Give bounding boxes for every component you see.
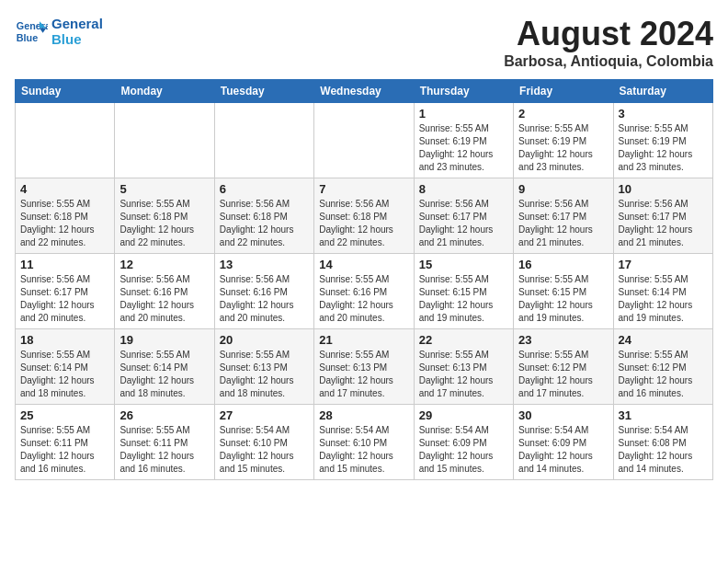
day-info: Sunrise: 5:56 AMSunset: 6:18 PMDaylight:… [319, 198, 408, 249]
weekday-header-monday: Monday [115, 80, 214, 103]
day-info: Sunrise: 5:55 AMSunset: 6:19 PMDaylight:… [619, 122, 708, 174]
calendar-cell: 20Sunrise: 5:55 AMSunset: 6:13 PMDayligh… [214, 329, 313, 405]
weekday-header-tuesday: Tuesday [214, 80, 313, 103]
day-number: 23 [518, 333, 608, 347]
week-row-1: 1Sunrise: 5:55 AMSunset: 6:19 PMDaylight… [16, 103, 713, 178]
day-number: 19 [119, 333, 209, 347]
calendar-cell: 6Sunrise: 5:56 AMSunset: 6:18 PMDaylight… [214, 178, 313, 254]
svg-text:Blue: Blue [17, 32, 38, 43]
calendar-cell: 27Sunrise: 5:54 AMSunset: 6:10 PMDayligh… [214, 405, 313, 480]
calendar-cell: 23Sunrise: 5:55 AMSunset: 6:12 PMDayligh… [514, 329, 613, 405]
day-number: 24 [619, 333, 708, 347]
calendar-cell: 28Sunrise: 5:54 AMSunset: 6:10 PMDayligh… [314, 405, 414, 480]
day-info: Sunrise: 5:54 AMSunset: 6:09 PMDaylight:… [518, 424, 608, 476]
calendar-cell: 14Sunrise: 5:55 AMSunset: 6:16 PMDayligh… [314, 254, 414, 329]
month-year: August 2024 [504, 15, 713, 53]
day-info: Sunrise: 5:54 AMSunset: 6:10 PMDaylight:… [319, 424, 408, 476]
day-number: 7 [319, 182, 408, 196]
day-number: 20 [220, 333, 309, 347]
calendar-cell: 15Sunrise: 5:55 AMSunset: 6:15 PMDayligh… [414, 254, 513, 329]
calendar-cell: 19Sunrise: 5:55 AMSunset: 6:14 PMDayligh… [115, 329, 214, 405]
logo-general: General [51, 16, 103, 31]
weekday-header-wednesday: Wednesday [314, 80, 414, 103]
day-number: 16 [518, 258, 608, 271]
day-info: Sunrise: 5:56 AMSunset: 6:17 PMDaylight:… [518, 198, 608, 249]
calendar-cell: 18Sunrise: 5:55 AMSunset: 6:14 PMDayligh… [16, 329, 115, 405]
calendar-cell: 8Sunrise: 5:56 AMSunset: 6:17 PMDaylight… [414, 178, 513, 254]
day-number: 22 [419, 333, 508, 347]
calendar-cell: 1Sunrise: 5:55 AMSunset: 6:19 PMDaylight… [414, 103, 513, 178]
week-row-3: 11Sunrise: 5:56 AMSunset: 6:17 PMDayligh… [16, 254, 713, 329]
day-info: Sunrise: 5:56 AMSunset: 6:17 PMDaylight:… [20, 273, 109, 325]
calendar-cell [214, 103, 313, 178]
calendar-cell [314, 103, 414, 178]
day-info: Sunrise: 5:55 AMSunset: 6:18 PMDaylight:… [20, 198, 109, 249]
day-info: Sunrise: 5:55 AMSunset: 6:14 PMDaylight:… [20, 349, 109, 400]
day-number: 13 [220, 258, 309, 271]
logo-blue: Blue [51, 31, 103, 47]
calendar-cell: 22Sunrise: 5:55 AMSunset: 6:13 PMDayligh… [414, 329, 513, 405]
title-block: August 2024 Barbosa, Antioquia, Colombia [504, 15, 713, 70]
day-number: 14 [319, 258, 408, 271]
day-info: Sunrise: 5:56 AMSunset: 6:18 PMDaylight:… [220, 198, 309, 249]
day-info: Sunrise: 5:54 AMSunset: 6:10 PMDaylight:… [220, 424, 309, 476]
day-info: Sunrise: 5:55 AMSunset: 6:11 PMDaylight:… [20, 424, 109, 476]
day-info: Sunrise: 5:54 AMSunset: 6:08 PMDaylight:… [619, 424, 708, 476]
week-row-5: 25Sunrise: 5:55 AMSunset: 6:11 PMDayligh… [16, 405, 713, 480]
day-number: 6 [220, 182, 309, 196]
day-number: 2 [518, 107, 608, 121]
day-number: 18 [20, 333, 109, 347]
calendar-cell [115, 103, 214, 178]
day-number: 8 [419, 182, 508, 196]
logo-icon: General Blue [15, 15, 48, 48]
calendar-cell: 16Sunrise: 5:55 AMSunset: 6:15 PMDayligh… [514, 254, 613, 329]
day-number: 5 [119, 182, 209, 196]
day-number: 31 [619, 408, 708, 422]
day-number: 21 [319, 333, 408, 347]
day-info: Sunrise: 5:55 AMSunset: 6:14 PMDaylight:… [619, 273, 708, 325]
calendar-cell: 9Sunrise: 5:56 AMSunset: 6:17 PMDaylight… [514, 178, 613, 254]
header: General Blue General Blue August 2024 Ba… [15, 15, 713, 70]
day-number: 9 [518, 182, 608, 196]
day-info: Sunrise: 5:54 AMSunset: 6:09 PMDaylight:… [419, 424, 508, 476]
calendar-cell: 11Sunrise: 5:56 AMSunset: 6:17 PMDayligh… [16, 254, 115, 329]
week-row-2: 4Sunrise: 5:55 AMSunset: 6:18 PMDaylight… [16, 178, 713, 254]
day-number: 10 [619, 182, 708, 196]
calendar-cell: 5Sunrise: 5:55 AMSunset: 6:18 PMDaylight… [115, 178, 214, 254]
day-number: 26 [119, 408, 209, 422]
week-row-4: 18Sunrise: 5:55 AMSunset: 6:14 PMDayligh… [16, 329, 713, 405]
day-info: Sunrise: 5:56 AMSunset: 6:17 PMDaylight:… [619, 198, 708, 249]
location: Barbosa, Antioquia, Colombia [504, 53, 713, 70]
calendar-cell: 17Sunrise: 5:55 AMSunset: 6:14 PMDayligh… [613, 254, 712, 329]
day-info: Sunrise: 5:55 AMSunset: 6:12 PMDaylight:… [619, 349, 708, 400]
day-number: 3 [619, 107, 708, 121]
weekday-header-sunday: Sunday [16, 80, 115, 103]
day-info: Sunrise: 5:56 AMSunset: 6:17 PMDaylight:… [419, 198, 508, 249]
calendar-cell: 25Sunrise: 5:55 AMSunset: 6:11 PMDayligh… [16, 405, 115, 480]
day-info: Sunrise: 5:56 AMSunset: 6:16 PMDaylight:… [220, 273, 309, 325]
day-number: 15 [419, 258, 508, 271]
day-info: Sunrise: 5:55 AMSunset: 6:13 PMDaylight:… [220, 349, 309, 400]
calendar-cell: 3Sunrise: 5:55 AMSunset: 6:19 PMDaylight… [613, 103, 712, 178]
day-number: 12 [119, 258, 209, 271]
day-info: Sunrise: 5:55 AMSunset: 6:15 PMDaylight:… [419, 273, 508, 325]
day-info: Sunrise: 5:55 AMSunset: 6:13 PMDaylight:… [319, 349, 408, 400]
day-info: Sunrise: 5:55 AMSunset: 6:16 PMDaylight:… [319, 273, 408, 325]
day-info: Sunrise: 5:56 AMSunset: 6:16 PMDaylight:… [119, 273, 209, 325]
calendar-cell: 29Sunrise: 5:54 AMSunset: 6:09 PMDayligh… [414, 405, 513, 480]
calendar-cell: 26Sunrise: 5:55 AMSunset: 6:11 PMDayligh… [115, 405, 214, 480]
day-number: 17 [619, 258, 708, 271]
calendar-cell: 21Sunrise: 5:55 AMSunset: 6:13 PMDayligh… [314, 329, 414, 405]
day-info: Sunrise: 5:55 AMSunset: 6:12 PMDaylight:… [518, 349, 608, 400]
calendar-cell: 30Sunrise: 5:54 AMSunset: 6:09 PMDayligh… [514, 405, 613, 480]
day-info: Sunrise: 5:55 AMSunset: 6:19 PMDaylight:… [518, 122, 608, 174]
calendar-cell: 24Sunrise: 5:55 AMSunset: 6:12 PMDayligh… [613, 329, 712, 405]
calendar-cell: 4Sunrise: 5:55 AMSunset: 6:18 PMDaylight… [16, 178, 115, 254]
day-number: 28 [319, 408, 408, 422]
calendar-cell: 12Sunrise: 5:56 AMSunset: 6:16 PMDayligh… [115, 254, 214, 329]
weekday-header-row: SundayMondayTuesdayWednesdayThursdayFrid… [16, 80, 713, 103]
calendar-cell: 13Sunrise: 5:56 AMSunset: 6:16 PMDayligh… [214, 254, 313, 329]
calendar-table: SundayMondayTuesdayWednesdayThursdayFrid… [15, 79, 713, 480]
day-info: Sunrise: 5:55 AMSunset: 6:15 PMDaylight:… [518, 273, 608, 325]
calendar-cell [16, 103, 115, 178]
